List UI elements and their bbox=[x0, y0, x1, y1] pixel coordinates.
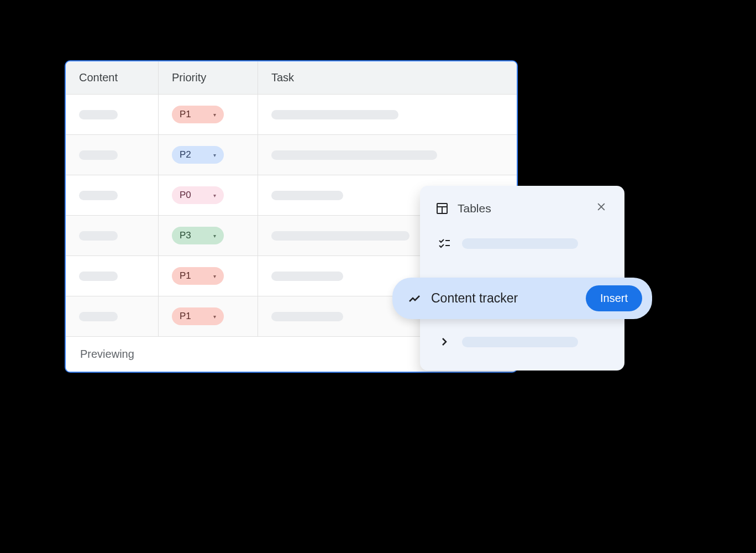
content-cell bbox=[66, 216, 159, 255]
task-placeholder bbox=[271, 110, 398, 119]
table-row: P2▾ bbox=[66, 135, 517, 175]
table-icon bbox=[435, 202, 449, 215]
chevron-down-icon: ▾ bbox=[213, 233, 216, 239]
panel-item-placeholder bbox=[462, 238, 578, 249]
insert-button[interactable]: Insert bbox=[586, 285, 642, 311]
content-placeholder bbox=[79, 272, 118, 281]
chevron-right-icon bbox=[438, 335, 451, 348]
content-cell bbox=[66, 135, 159, 175]
chevron-down-icon: ▾ bbox=[213, 112, 216, 118]
trend-icon bbox=[408, 292, 421, 305]
table-header-row: Content Priority Task bbox=[66, 61, 517, 95]
chevron-down-icon: ▾ bbox=[213, 273, 216, 279]
panel-header: Tables bbox=[420, 199, 624, 229]
task-placeholder bbox=[271, 231, 410, 241]
priority-label: P1 bbox=[180, 109, 191, 120]
content-placeholder bbox=[79, 150, 118, 160]
panel-item-content-tracker[interactable]: Content tracker Insert bbox=[392, 278, 652, 319]
chevron-down-icon: ▾ bbox=[213, 152, 216, 158]
task-placeholder bbox=[271, 150, 437, 160]
panel-item-placeholder bbox=[462, 337, 578, 347]
priority-chip[interactable]: P1▾ bbox=[172, 106, 224, 123]
content-placeholder bbox=[79, 191, 118, 200]
table-row: P1▾ bbox=[66, 95, 517, 135]
content-cell bbox=[66, 256, 159, 296]
priority-chip[interactable]: P0▾ bbox=[172, 186, 224, 204]
chevron-down-icon: ▾ bbox=[213, 192, 216, 199]
panel-title: Tables bbox=[458, 202, 594, 215]
task-placeholder bbox=[271, 272, 343, 281]
column-header-priority: Priority bbox=[159, 61, 258, 94]
column-header-content: Content bbox=[66, 61, 159, 94]
panel-item-checklist[interactable] bbox=[420, 229, 624, 258]
task-cell bbox=[258, 95, 517, 134]
priority-label: P1 bbox=[180, 311, 191, 322]
priority-label: P1 bbox=[180, 270, 191, 281]
priority-cell: P1▾ bbox=[159, 95, 258, 134]
task-placeholder bbox=[271, 191, 343, 200]
priority-cell: P2▾ bbox=[159, 135, 258, 175]
content-placeholder bbox=[79, 312, 118, 321]
priority-chip[interactable]: P1▾ bbox=[172, 307, 224, 325]
priority-label: P3 bbox=[180, 230, 191, 241]
priority-chip[interactable]: P3▾ bbox=[172, 227, 224, 244]
content-tracker-label: Content tracker bbox=[431, 291, 576, 306]
content-placeholder bbox=[79, 110, 118, 119]
priority-cell: P1▾ bbox=[159, 296, 258, 336]
content-placeholder bbox=[79, 231, 118, 241]
content-cell bbox=[66, 95, 159, 134]
column-header-task: Task bbox=[258, 61, 517, 94]
chevron-down-icon: ▾ bbox=[213, 314, 216, 320]
priority-cell: P0▾ bbox=[159, 175, 258, 215]
task-placeholder bbox=[271, 312, 343, 321]
task-cell bbox=[258, 135, 517, 175]
panel-item-more[interactable] bbox=[420, 327, 624, 356]
priority-cell: P1▾ bbox=[159, 256, 258, 296]
priority-cell: P3▾ bbox=[159, 216, 258, 255]
checklist-icon bbox=[438, 237, 451, 250]
content-cell bbox=[66, 175, 159, 215]
content-cell bbox=[66, 296, 159, 336]
priority-label: P0 bbox=[180, 190, 191, 201]
close-icon[interactable] bbox=[594, 199, 609, 218]
priority-label: P2 bbox=[180, 149, 191, 160]
priority-chip[interactable]: P2▾ bbox=[172, 146, 224, 164]
priority-chip[interactable]: P1▾ bbox=[172, 267, 224, 285]
